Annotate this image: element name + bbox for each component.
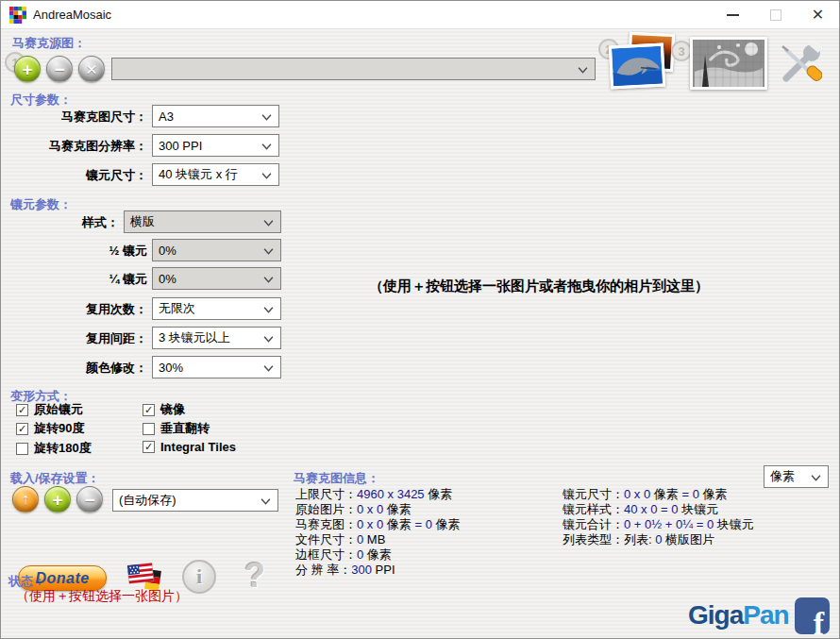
pattern-dropdown[interactable]: 横版 <box>124 210 281 233</box>
mosaic-resolution-dropdown[interactable]: 300 PPI <box>152 134 279 157</box>
quarter-tile-dropdown[interactable]: 0% <box>152 267 281 290</box>
vertical-flip-label: 垂直翻转 <box>160 420 210 437</box>
original-tiles-checkbox[interactable]: ✓ <box>16 404 28 416</box>
remove-source-button[interactable]: − <box>46 56 73 82</box>
chevron-down-icon <box>263 336 274 343</box>
minimize-button[interactable] <box>712 1 754 28</box>
checkbox-row-mirror: ✓ 镜像 <box>143 401 185 418</box>
size-section-label: 尺寸参数： <box>10 92 72 109</box>
delete-settings-button[interactable]: − <box>76 486 103 513</box>
minimize-icon <box>727 14 739 16</box>
unit-dropdown[interactable]: 像素 <box>764 465 829 488</box>
add-source-button[interactable]: + <box>14 56 41 82</box>
mosaic-size-dropdown[interactable]: A3 <box>152 105 279 127</box>
plus-icon: + <box>52 491 62 509</box>
close-button[interactable]: ✕ <box>797 1 839 28</box>
source-image-dropdown[interactable] <box>111 58 596 80</box>
chevron-down-icon <box>263 220 274 227</box>
tile-size-dropdown[interactable]: 40 块镶元 x 行 <box>152 163 279 186</box>
duplication-dropdown[interactable]: 无限次 <box>152 297 281 320</box>
checkbox-row-rotate180: 旋转180度 <box>16 440 92 457</box>
up-arrow-icon: ↑ <box>22 492 29 507</box>
tile-section-label: 镶元参数： <box>10 196 72 213</box>
chevron-down-icon <box>260 498 271 505</box>
status-message: （使用＋按钮选择一张图片） <box>16 588 188 605</box>
info-section-label: 马赛克图信息： <box>294 470 379 487</box>
chevron-down-icon <box>263 365 274 372</box>
x-icon: ✕ <box>86 62 98 76</box>
mosaic-info-right: 镶元尺寸：0 x 0 像素 = 0 像素 镶元样式：40 x 0 = 0 块镶元… <box>563 487 754 547</box>
help-button[interactable]: ? <box>244 556 265 596</box>
tile-images-thumbnail[interactable] <box>610 33 674 88</box>
spacing-dropdown[interactable]: 3 块镶元以上 <box>152 327 281 349</box>
facebook-icon[interactable]: f <box>795 597 830 634</box>
mosaic-info-left: 上限尺寸：4960 x 3425 像素 原始图片：0 x 0 像素 马赛克图：0… <box>295 487 461 578</box>
settings-profile-dropdown[interactable]: (自动保存) <box>112 489 278 512</box>
checkbox-row-vflip: 垂直翻转 <box>143 420 210 437</box>
minus-icon: − <box>54 60 64 78</box>
vertical-flip-checkbox[interactable] <box>143 423 155 435</box>
load-settings-button[interactable]: ↑ <box>12 486 39 513</box>
duplication-label: 复用次数： <box>1 301 147 318</box>
clear-source-button[interactable]: ✕ <box>78 56 105 82</box>
color-change-dropdown[interactable]: 30% <box>152 356 281 378</box>
settings-section-label: 载入/保存设置： <box>10 470 100 487</box>
app-mosaic-icon <box>9 7 26 24</box>
step-badge-3: 3 <box>671 41 692 61</box>
chevron-down-icon <box>578 67 588 74</box>
checkbox-row-integral: ✓ Integral Tiles <box>143 440 236 454</box>
integral-tiles-checkbox[interactable]: ✓ <box>143 441 155 453</box>
mosaic-resolution-label: 马赛克图分辨率： <box>1 138 147 155</box>
original-tiles-label: 原始镶元 <box>34 401 83 418</box>
rotate-180-label: 旋转180度 <box>34 440 92 457</box>
half-tile-dropdown[interactable]: 0% <box>152 239 281 261</box>
close-icon: ✕ <box>812 8 824 23</box>
advanced-options-wrench-icon[interactable] <box>779 42 822 84</box>
checkbox-row-rotate90: ✓ 旋转90度 <box>16 420 84 437</box>
chevron-down-icon <box>263 277 274 283</box>
window-title: AndreaMosaic <box>33 8 111 22</box>
rotate-90-label: 旋转90度 <box>34 420 84 437</box>
gigapan-logo[interactable]: GigaPan <box>688 600 789 631</box>
rotate-90-checkbox[interactable]: ✓ <box>16 423 28 435</box>
checkbox-row-original: ✓ 原始镶元 <box>16 401 83 418</box>
save-settings-button[interactable]: + <box>44 486 71 513</box>
color-change-label: 颜色修改： <box>1 360 147 377</box>
mirror-label: 镜像 <box>160 401 185 418</box>
maximize-icon <box>770 9 781 21</box>
mirror-checkbox[interactable]: ✓ <box>143 404 155 416</box>
chevron-down-icon <box>261 114 272 121</box>
rotate-180-checkbox[interactable] <box>16 443 28 455</box>
source-section-label: 马赛克源图： <box>12 35 86 52</box>
title-bar: AndreaMosaic ✕ <box>1 1 839 29</box>
main-panel: 马赛克源图： 1 + − ✕ 2 3 <box>1 29 839 638</box>
chevron-down-icon <box>263 248 274 255</box>
drop-area-hint: （使用＋按钮选择一张图片或者拖曳你的相片到这里） <box>284 277 794 295</box>
tile-size-label: 镶元尺寸： <box>1 167 147 184</box>
andreamosaic-window: AndreaMosaic ✕ 马赛克源图： 1 + − ✕ 2 <box>0 0 840 639</box>
quarter-tile-label: ¼ 镶元 <box>1 271 147 288</box>
minus-icon: − <box>84 491 94 509</box>
spacing-label: 复用间距： <box>1 330 147 347</box>
chevron-down-icon <box>811 475 821 481</box>
pattern-label: 样式： <box>1 214 119 231</box>
dolphin-photo-icon <box>609 43 665 90</box>
maximize-button[interactable] <box>754 1 797 28</box>
plus-icon: + <box>22 60 32 78</box>
chevron-down-icon <box>261 143 272 150</box>
chevron-down-icon <box>263 307 274 313</box>
info-icon: i <box>196 564 202 589</box>
question-mark-icon: ? <box>244 556 265 595</box>
half-tile-label: ½ 镶元 <box>1 243 147 260</box>
chevron-down-icon <box>261 173 272 179</box>
mosaic-preview-thumbnail[interactable] <box>690 37 767 90</box>
integral-tiles-label: Integral Tiles <box>160 440 236 454</box>
mosaic-size-label: 马赛克图尺寸： <box>1 109 147 126</box>
